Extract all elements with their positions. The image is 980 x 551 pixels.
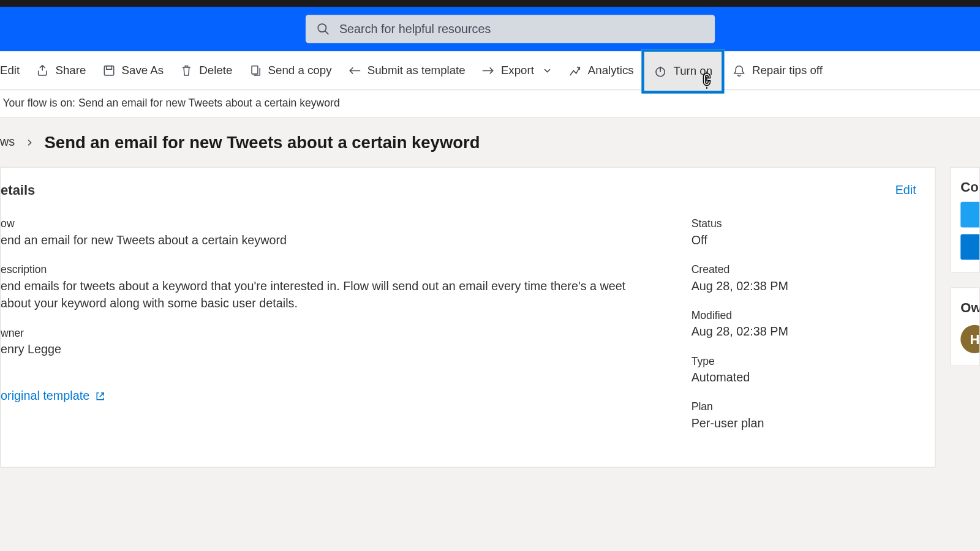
power-icon (654, 64, 668, 78)
repair-tips-button[interactable]: Repair tips off (725, 51, 831, 90)
type-value: Automated (692, 369, 921, 387)
svg-line-1 (325, 31, 328, 34)
submit-icon (348, 64, 361, 77)
status-label: Status (692, 218, 921, 230)
save-as-button[interactable]: Save As (94, 51, 172, 90)
connector-icon[interactable] (960, 234, 980, 260)
delete-button[interactable]: Delete (172, 51, 240, 90)
breadcrumb: ws Send an email for new Tweets about a … (0, 118, 980, 167)
trash-icon (179, 64, 193, 77)
submit-template-button[interactable]: Submit as template (340, 51, 473, 90)
export-button[interactable]: Export (473, 51, 560, 90)
created-value: Aug 28, 02:38 PM (692, 277, 921, 295)
svg-point-0 (318, 24, 326, 32)
flow-label: ow (1, 218, 651, 230)
description-value: end emails for tweets about a keyword th… (1, 277, 651, 312)
connections-heading: Co (960, 179, 979, 195)
breadcrumb-root[interactable]: ws (0, 135, 15, 149)
description-label: escription (1, 264, 651, 276)
bell-icon (733, 64, 746, 77)
details-card: etails Edit ow end an email for new Twee… (0, 167, 936, 468)
share-button[interactable]: Share (28, 51, 94, 90)
details-heading: etails (1, 182, 35, 198)
chevron-down-icon (543, 66, 552, 75)
svg-rect-3 (106, 66, 111, 69)
search-icon (317, 22, 330, 36)
plan-value: Per-user plan (692, 414, 921, 432)
flow-status-notice: Your flow is on: Send an email for new T… (0, 90, 980, 118)
plan-label: Plan (692, 401, 921, 413)
connections-card: Co (951, 167, 980, 273)
edit-button[interactable]: Edit (0, 51, 28, 90)
analytics-button[interactable]: Analytics (560, 51, 642, 90)
page-title: Send an email for new Tweets about a cer… (45, 133, 480, 152)
owner-label: wner (1, 327, 651, 339)
export-icon (481, 64, 495, 77)
external-link-icon (95, 391, 106, 402)
type-label: Type (692, 356, 921, 368)
modified-value: Aug 28, 02:38 PM (692, 323, 921, 341)
created-label: Created (692, 264, 921, 276)
analytics-icon (568, 64, 582, 77)
connector-icon[interactable] (960, 202, 980, 228)
turn-on-button[interactable]: Turn on (642, 49, 725, 94)
svg-rect-2 (104, 66, 113, 75)
send-copy-button[interactable]: Send a copy (241, 51, 340, 90)
owners-heading: Ow (960, 300, 979, 315)
owners-card: Ow H (951, 287, 980, 366)
details-edit-link[interactable]: Edit (895, 183, 921, 197)
owner-value: enry Legge (1, 340, 651, 358)
command-bar: Edit Share Save As Delete Send a copy Su… (0, 51, 980, 91)
original-template-link[interactable]: original template (1, 389, 651, 403)
owner-avatar[interactable]: H (960, 325, 980, 353)
search-box[interactable] (306, 15, 715, 43)
status-value: Off (692, 231, 921, 249)
copy-icon (249, 64, 262, 77)
share-icon (36, 64, 50, 77)
svg-rect-4 (252, 66, 258, 73)
header-bar (0, 7, 980, 51)
chevron-right-icon (26, 138, 34, 146)
search-input[interactable] (339, 22, 704, 36)
modified-label: Modified (692, 310, 921, 322)
save-icon (102, 64, 116, 77)
flow-value: end an email for new Tweets about a cert… (1, 231, 651, 249)
